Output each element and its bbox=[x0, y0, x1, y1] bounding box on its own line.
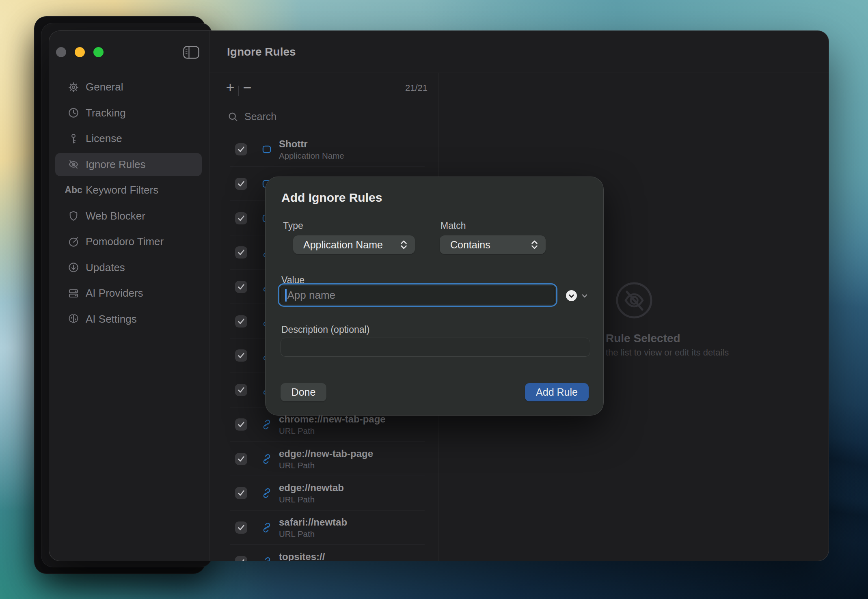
search-placeholder: Search bbox=[244, 111, 276, 123]
sidebar-item-tracking[interactable]: Tracking bbox=[49, 100, 209, 126]
description-label: Description (optional) bbox=[281, 324, 369, 335]
rule-checkbox[interactable] bbox=[235, 521, 247, 534]
app-icon bbox=[261, 144, 272, 155]
zoom-button[interactable] bbox=[93, 47, 104, 57]
type-select[interactable]: Application Name bbox=[293, 235, 415, 254]
eye-slash-icon bbox=[615, 281, 654, 320]
sidebar-item-ai-settings[interactable]: AI Settings bbox=[49, 306, 209, 332]
rule-title: safari://newtab bbox=[279, 516, 347, 528]
rule-checkbox[interactable] bbox=[235, 212, 247, 224]
rule-checkbox[interactable] bbox=[235, 349, 247, 362]
sidebar-item-label: Keyword Filters bbox=[86, 184, 158, 196]
sidebar-item-general[interactable]: General bbox=[49, 74, 209, 100]
sidebar-item-label: Updates bbox=[86, 261, 125, 274]
rule-subtitle: URL Path bbox=[279, 529, 347, 539]
settings-window: GeneralTrackingLicenseIgnore RulesAbcKey… bbox=[49, 30, 829, 561]
sidebar-item-label: AI Providers bbox=[86, 287, 143, 300]
link-icon bbox=[261, 557, 272, 561]
eye-slash-icon bbox=[67, 158, 80, 170]
toolbar-divider bbox=[238, 86, 239, 96]
shield-icon bbox=[67, 210, 80, 222]
rule-subtitle: URL Path bbox=[279, 494, 344, 504]
rule-subtitle: URL Path bbox=[279, 426, 386, 436]
match-label: Match bbox=[440, 220, 466, 231]
sidebar-item-label: Web Blocker bbox=[86, 210, 145, 222]
rule-row[interactable]: edge://new-tab-pageURL Path bbox=[209, 442, 438, 476]
rule-title: topsites:// bbox=[279, 551, 325, 561]
desktop: GeneralTrackingLicenseIgnore RulesAbcKey… bbox=[0, 0, 868, 599]
value-input-focus-ring: App name bbox=[278, 283, 557, 307]
search-icon bbox=[227, 111, 239, 123]
link-icon bbox=[261, 522, 272, 533]
clock-icon bbox=[67, 107, 80, 119]
sidebar-item-license[interactable]: License bbox=[49, 126, 209, 152]
sidebar-item-label: Pomodoro Timer bbox=[86, 235, 164, 248]
rule-subtitle: Application Name bbox=[279, 151, 344, 161]
remove-rule-toolbar-button[interactable]: − bbox=[240, 73, 254, 102]
sidebar-toggle-icon[interactable] bbox=[183, 46, 199, 59]
chevron-down-icon bbox=[567, 292, 576, 300]
type-label: Type bbox=[283, 220, 303, 231]
sidebar-item-label: General bbox=[86, 81, 123, 93]
add-rule-button[interactable]: Add Rule bbox=[525, 383, 589, 401]
timer-icon bbox=[67, 236, 80, 248]
rule-checkbox[interactable] bbox=[235, 418, 247, 431]
rule-checkbox[interactable] bbox=[235, 143, 247, 155]
rules-counter: 21/21 bbox=[405, 83, 428, 93]
close-button[interactable] bbox=[56, 47, 66, 57]
chevron-down-icon[interactable] bbox=[581, 292, 588, 300]
add-ignore-rules-dialog: Add Ignore Rules Type Application Name M… bbox=[265, 177, 604, 416]
rule-row[interactable]: ShottrApplication Name bbox=[209, 132, 438, 167]
empty-state-subtitle: the list to view or edit its details bbox=[606, 347, 729, 358]
rule-checkbox[interactable] bbox=[235, 556, 247, 561]
match-select-value: Contains bbox=[450, 239, 490, 251]
sidebar-item-label: AI Settings bbox=[86, 313, 137, 325]
rule-row[interactable]: safari://newtabURL Path bbox=[209, 511, 438, 545]
sidebar-item-keyword-filters[interactable]: AbcKeyword Filters bbox=[49, 177, 209, 203]
rule-row[interactable]: topsites://URL Path bbox=[209, 545, 438, 561]
rule-row[interactable]: edge://newtabURL Path bbox=[209, 476, 438, 511]
brain-icon bbox=[67, 313, 80, 325]
match-select[interactable]: Contains bbox=[440, 235, 546, 254]
rule-checkbox[interactable] bbox=[235, 178, 247, 190]
rules-toolbar: + − 21/21 bbox=[209, 73, 438, 102]
rule-title: edge://newtab bbox=[279, 482, 344, 493]
server-icon bbox=[67, 287, 80, 300]
sidebar-nav: GeneralTrackingLicenseIgnore RulesAbcKey… bbox=[49, 74, 209, 332]
arrow-down-circle-icon bbox=[67, 261, 80, 274]
value-input[interactable]: App name bbox=[280, 286, 555, 304]
description-input[interactable] bbox=[281, 338, 590, 357]
dialog-title: Add Ignore Rules bbox=[281, 191, 382, 205]
page-title: Ignore Rules bbox=[227, 45, 296, 58]
sidebar-item-label: Ignore Rules bbox=[86, 158, 145, 171]
sidebar-item-ignore-rules[interactable]: Ignore Rules bbox=[49, 152, 209, 178]
link-icon bbox=[261, 419, 272, 430]
window-controls bbox=[56, 47, 104, 57]
sidebar-item-pomodoro-timer[interactable]: Pomodoro Timer bbox=[49, 229, 209, 255]
sidebar-item-updates[interactable]: Updates bbox=[49, 255, 209, 281]
gear-icon bbox=[67, 81, 80, 93]
rule-title: edge://new-tab-page bbox=[279, 448, 373, 459]
value-history-button[interactable] bbox=[566, 290, 577, 301]
rule-checkbox[interactable] bbox=[235, 487, 247, 499]
rule-checkbox[interactable] bbox=[235, 281, 247, 293]
rule-checkbox[interactable] bbox=[235, 246, 247, 259]
key-icon bbox=[67, 133, 80, 145]
chevron-up-down-icon bbox=[529, 239, 540, 250]
sidebar-item-web-blocker[interactable]: Web Blocker bbox=[49, 203, 209, 229]
add-rule-toolbar-button[interactable]: + bbox=[223, 73, 237, 102]
minimize-button[interactable] bbox=[75, 47, 85, 57]
done-button[interactable]: Done bbox=[281, 383, 326, 401]
sidebar-item-label: Tracking bbox=[86, 107, 126, 119]
chevron-up-down-icon bbox=[399, 239, 409, 250]
rule-title: Shottr bbox=[279, 138, 344, 150]
sidebar-item-label: License bbox=[86, 132, 122, 145]
rule-checkbox[interactable] bbox=[235, 315, 247, 328]
rule-checkbox[interactable] bbox=[235, 453, 247, 465]
link-icon bbox=[261, 488, 272, 498]
rule-checkbox[interactable] bbox=[235, 384, 247, 396]
search-field[interactable]: Search bbox=[209, 102, 438, 132]
link-icon bbox=[261, 454, 272, 464]
type-select-value: Application Name bbox=[303, 239, 383, 251]
sidebar-item-ai-providers[interactable]: AI Providers bbox=[49, 280, 209, 306]
